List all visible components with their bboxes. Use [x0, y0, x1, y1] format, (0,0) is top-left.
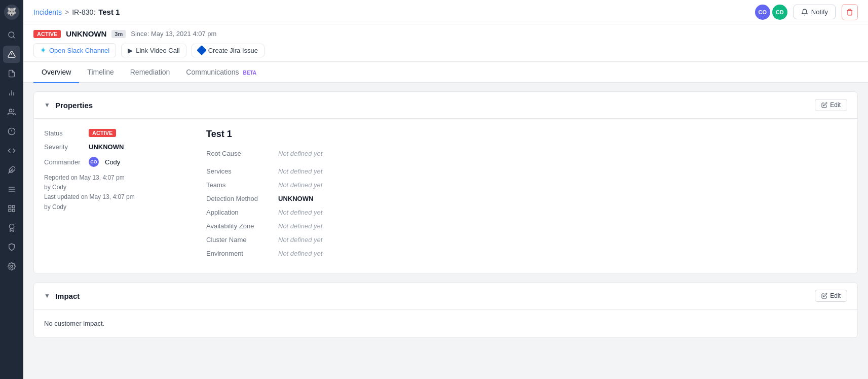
delete-button[interactable] — [842, 4, 858, 20]
sub-header: ACTIVE UNKNOWN 3m Since: May 13, 2021 4:… — [23, 24, 868, 62]
services-row: Services Not defined yet — [206, 167, 847, 175]
open-slack-button[interactable]: ✦ Open Slack Channel — [33, 43, 116, 57]
sidebar-item-settings[interactable] — [3, 258, 20, 275]
impact-header: ▼ Impact Edit — [34, 283, 857, 309]
cluster-row: Cluster Name Not defined yet — [206, 236, 847, 244]
cluster-value: Not defined yet — [278, 236, 322, 244]
sidebar-item-menu[interactable] — [3, 181, 20, 198]
status-active-value: ACTIVE — [89, 129, 116, 137]
sidebar-item-team[interactable] — [3, 104, 20, 121]
svg-point-22 — [11, 265, 13, 267]
properties-right: Test 1 Root Cause Not defined yet Servic… — [206, 129, 847, 263]
notify-label: Notify — [811, 8, 828, 16]
sidebar-logo: 🐺 — [4, 4, 20, 20]
svg-rect-20 — [9, 209, 11, 212]
severity-prop-label: Severity — [44, 143, 85, 151]
severity-row-prop: Severity UNKNOWN — [44, 143, 186, 151]
environment-row: Environment Not defined yet — [206, 250, 847, 257]
commander-prop-value: Cody — [105, 158, 120, 166]
last-updated: Last updated on May 13, 4:07 pm — [44, 192, 186, 202]
sidebar-item-reports[interactable] — [3, 65, 20, 82]
root-cause-label: Root Cause — [206, 150, 272, 157]
properties-left: Status ACTIVE Severity UNKNOWN Commander… — [44, 129, 186, 263]
sidebar-item-alerts[interactable] — [3, 123, 20, 140]
svg-rect-17 — [9, 205, 11, 208]
application-value: Not defined yet — [278, 209, 322, 216]
reported-by: by Cody — [44, 183, 186, 192]
sidebar-item-incidents[interactable] — [3, 46, 20, 63]
application-label: Application — [206, 209, 272, 216]
bell-icon — [801, 9, 808, 16]
impact-chevron-icon: ▼ — [44, 292, 50, 299]
jira-icon — [197, 45, 207, 55]
impact-section: ▼ Impact Edit No customer impact. — [33, 282, 858, 338]
tab-communications[interactable]: Communications BETA — [178, 62, 265, 83]
tab-overview[interactable]: Overview — [33, 62, 79, 83]
tab-remediation[interactable]: Remediation — [122, 62, 178, 83]
slack-icon: ✦ — [40, 46, 46, 54]
sidebar-item-puzzle[interactable] — [3, 161, 20, 179]
impact-edit-button[interactable]: Edit — [815, 290, 847, 302]
video-label: Link Video Call — [136, 47, 179, 54]
commander-prop-label: Commander — [44, 158, 85, 166]
sidebar-item-search[interactable] — [3, 26, 20, 44]
breadcrumb-separator: > — [65, 8, 69, 16]
last-updated-by: by Cody — [44, 202, 186, 212]
commander-row-prop: Commander CO Cody — [44, 157, 186, 167]
impact-edit-icon — [821, 293, 827, 299]
services-value: Not defined yet — [278, 167, 322, 175]
properties-edit-label: Edit — [830, 101, 841, 109]
breadcrumb-incidents-link[interactable]: Incidents — [33, 8, 62, 16]
reported-on: Reported on May 13, 4:07 pm — [44, 173, 186, 183]
no-impact-text: No customer impact. — [44, 320, 104, 327]
commander-avatar: CO — [89, 157, 99, 167]
avatar-1: CO — [755, 5, 770, 20]
teams-row: Teams Not defined yet — [206, 181, 847, 189]
severity-badge: UNKNOWN — [66, 29, 106, 38]
tab-timeline[interactable]: Timeline — [79, 62, 122, 83]
header: Incidents > IR-830: Test 1 CO CD Notify — [23, 0, 868, 24]
main-content: Incidents > IR-830: Test 1 CO CD Notify … — [23, 0, 868, 379]
detection-label: Detection Method — [206, 195, 272, 202]
detection-row: Detection Method UNKNOWN — [206, 195, 847, 202]
impact-edit-label: Edit — [830, 292, 841, 299]
application-row: Application Not defined yet — [206, 209, 847, 216]
svg-point-2 — [9, 32, 14, 38]
svg-rect-18 — [12, 205, 15, 208]
availability-row: Availability Zone Not defined yet — [206, 222, 847, 230]
action-row: ✦ Open Slack Channel ▶ Link Video Call C… — [33, 43, 858, 57]
status-row: ACTIVE UNKNOWN 3m Since: May 13, 2021 4:… — [33, 29, 858, 38]
root-cause-row: Root Cause Not defined yet — [206, 150, 847, 157]
breadcrumb: Incidents > IR-830: Test 1 — [33, 8, 120, 16]
active-badge: ACTIVE — [33, 30, 61, 38]
properties-section: ▼ Properties Edit Status ACTIVE Severity… — [33, 91, 858, 274]
since-text: Since: May 13, 2021 4:07 pm — [131, 30, 216, 38]
video-icon: ▶ — [128, 47, 133, 54]
sidebar-item-shield[interactable] — [3, 238, 20, 256]
cluster-label: Cluster Name — [206, 236, 272, 244]
properties-title: Properties — [55, 101, 810, 110]
severity-prop-value: UNKNOWN — [89, 143, 124, 151]
notify-button[interactable]: Notify — [794, 5, 836, 19]
properties-edit-button[interactable]: Edit — [815, 99, 847, 111]
availability-value: Not defined yet — [278, 222, 322, 230]
svg-point-8 — [9, 109, 12, 112]
sidebar-item-list[interactable] — [3, 200, 20, 217]
incident-detail-title: Test 1 — [206, 129, 847, 140]
sidebar: 🐺 — [0, 0, 23, 379]
edit-icon — [821, 102, 827, 108]
status-prop-label: Status — [44, 129, 85, 137]
prop-meta: Reported on May 13, 4:07 pm by Cody Last… — [44, 173, 186, 212]
teams-label: Teams — [206, 181, 272, 189]
svg-rect-19 — [12, 209, 15, 212]
sidebar-item-charts[interactable] — [3, 84, 20, 101]
properties-header: ▼ Properties Edit — [34, 92, 857, 119]
avatar-2: CD — [772, 5, 787, 20]
sidebar-item-integrations[interactable] — [3, 142, 20, 159]
teams-value: Not defined yet — [278, 181, 322, 189]
status-row-prop: Status ACTIVE — [44, 129, 186, 137]
link-video-button[interactable]: ▶ Link Video Call — [121, 44, 186, 57]
create-jira-button[interactable]: Create Jira Issue — [192, 44, 265, 57]
time-badge: 3m — [111, 30, 126, 38]
sidebar-item-badges[interactable] — [3, 219, 20, 236]
